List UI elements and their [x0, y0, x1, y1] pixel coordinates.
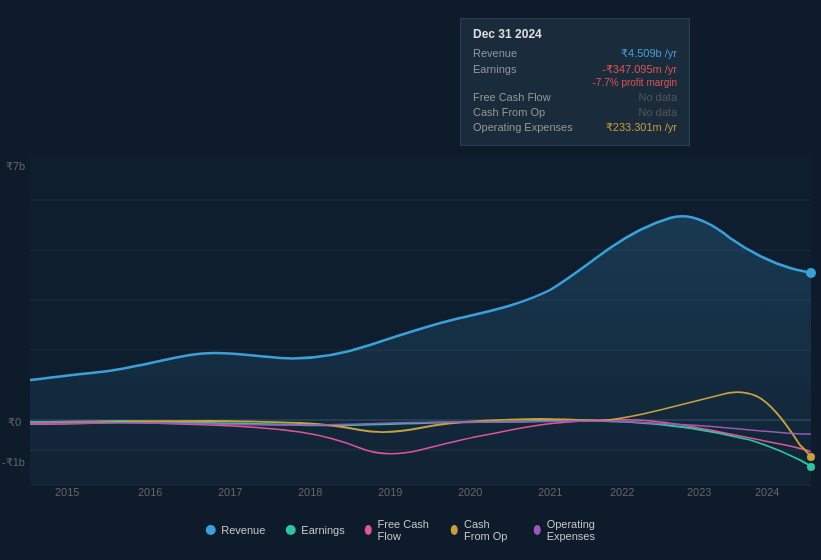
tooltip-row-fcf: Free Cash Flow No data	[473, 91, 677, 103]
tooltip-label-earnings: Earnings	[473, 63, 573, 75]
x-label-2018: 2018	[298, 486, 322, 498]
legend-item-revenue[interactable]: Revenue	[205, 524, 265, 536]
svg-point-9	[807, 463, 815, 471]
legend-dot-cashfromop	[451, 525, 458, 535]
x-label-2015: 2015	[55, 486, 79, 498]
legend-label-fcf: Free Cash Flow	[378, 518, 432, 542]
tooltip-label-opex: Operating Expenses	[473, 121, 573, 133]
tooltip-row-cashfromop: Cash From Op No data	[473, 106, 677, 118]
x-label-2024: 2024	[755, 486, 779, 498]
chart-svg	[0, 0, 821, 560]
tooltip-label-revenue: Revenue	[473, 47, 573, 59]
svg-point-8	[806, 268, 816, 278]
tooltip-label-fcf: Free Cash Flow	[473, 91, 573, 103]
legend-dot-revenue	[205, 525, 215, 535]
legend-label-cashfromop: Cash From Op	[464, 518, 514, 542]
legend-item-opex[interactable]: Operating Expenses	[534, 518, 616, 542]
x-label-2023: 2023	[687, 486, 711, 498]
legend-dot-fcf	[365, 525, 372, 535]
legend-dot-earnings	[285, 525, 295, 535]
y-label-0: ₹0	[8, 416, 21, 429]
x-label-2021: 2021	[538, 486, 562, 498]
x-label-2020: 2020	[458, 486, 482, 498]
tooltip-value-fcf: No data	[638, 91, 677, 103]
tooltip-row-revenue: Revenue ₹4.509b /yr	[473, 47, 677, 60]
legend-item-cashfromop[interactable]: Cash From Op	[451, 518, 514, 542]
tooltip-label-cashfromop: Cash From Op	[473, 106, 573, 118]
x-label-2016: 2016	[138, 486, 162, 498]
data-tooltip: Dec 31 2024 Revenue ₹4.509b /yr Earnings…	[460, 18, 690, 146]
chart-container: ₹7b ₹0 -₹1b 2015 2016 2017 2018 2019 202…	[0, 0, 821, 560]
tooltip-row-earnings: Earnings -₹347.095m /yr -7.7% profit mar…	[473, 63, 677, 88]
legend-dot-opex	[534, 525, 541, 535]
y-label-7b: ₹7b	[6, 160, 25, 173]
tooltip-value-revenue: ₹4.509b /yr	[621, 47, 677, 60]
tooltip-row-opex: Operating Expenses ₹233.301m /yr	[473, 121, 677, 134]
legend-label-revenue: Revenue	[221, 524, 265, 536]
tooltip-value-earnings: -₹347.095m /yr -7.7% profit margin	[593, 63, 677, 88]
y-label-neg1b: -₹1b	[2, 456, 25, 469]
legend-label-opex: Operating Expenses	[547, 518, 616, 542]
legend-item-earnings[interactable]: Earnings	[285, 524, 344, 536]
legend-label-earnings: Earnings	[301, 524, 344, 536]
tooltip-value-opex: ₹233.301m /yr	[606, 121, 677, 134]
x-label-2017: 2017	[218, 486, 242, 498]
x-label-2019: 2019	[378, 486, 402, 498]
x-label-2022: 2022	[610, 486, 634, 498]
tooltip-title: Dec 31 2024	[473, 27, 677, 41]
tooltip-value-cashfromop: No data	[638, 106, 677, 118]
chart-legend: Revenue Earnings Free Cash Flow Cash Fro…	[205, 518, 616, 542]
svg-point-10	[807, 453, 815, 461]
legend-item-fcf[interactable]: Free Cash Flow	[365, 518, 431, 542]
